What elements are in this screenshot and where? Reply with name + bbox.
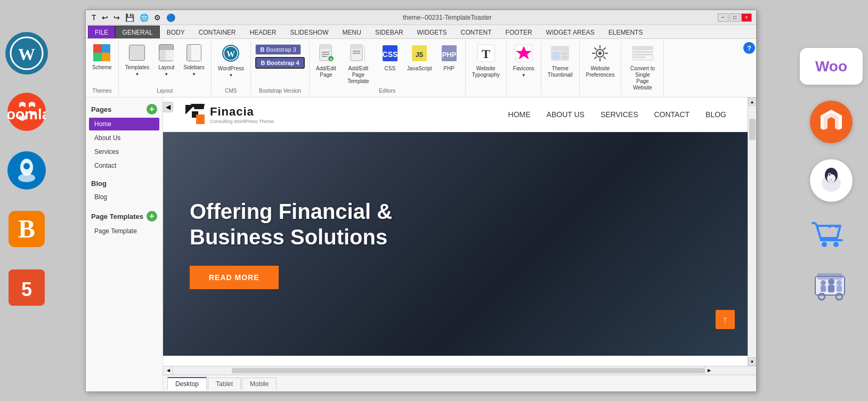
tab-slideshow[interactable]: SLIDESHOW bbox=[283, 26, 336, 38]
editors-group-label: Editors bbox=[379, 88, 395, 94]
site-logo: Finacia Consulting WordPress Theme bbox=[184, 104, 274, 125]
tab-file[interactable]: FILE bbox=[88, 26, 115, 38]
scroll-to-top-button[interactable]: ↑ bbox=[716, 310, 735, 329]
hero-title: Offering Financial & Business Solutions bbox=[190, 199, 392, 250]
nav-services[interactable]: SERVICES bbox=[601, 110, 638, 119]
view-tab-desktop[interactable]: Desktop bbox=[167, 377, 207, 390]
scroll-right-button[interactable]: ▶ bbox=[704, 366, 713, 375]
drupal-icon[interactable] bbox=[5, 149, 48, 192]
bootstrap3-label: Bootstrap 3 bbox=[266, 46, 296, 53]
ribbon-group-themes: Scheme Themes bbox=[86, 41, 119, 95]
tab-widget-areas[interactable]: WIDGET AREAS bbox=[539, 26, 602, 38]
vertical-scrollbar[interactable]: ▲ ▼ bbox=[748, 97, 756, 366]
convert-button[interactable]: Convert to SinglePage Website bbox=[624, 42, 660, 93]
cart-with-items-icon[interactable] bbox=[810, 266, 853, 305]
add-page-template-button[interactable]: + bbox=[147, 211, 157, 222]
website-preferences-button[interactable]: WebsitePreferences bbox=[583, 42, 618, 80]
add-edit-template-button[interactable]: Add/Edit PageTemplate bbox=[340, 42, 376, 87]
blogger-icon[interactable]: B bbox=[5, 208, 48, 250]
nav-about[interactable]: ABOUT US bbox=[547, 110, 585, 119]
tab-menu[interactable]: MENU bbox=[336, 26, 368, 38]
scroll-left-button[interactable]: ◀ bbox=[164, 366, 173, 375]
svg-rect-62 bbox=[634, 51, 652, 53]
panel-item-contact[interactable]: Contact bbox=[89, 159, 159, 172]
tab-footer[interactable]: FOOTER bbox=[499, 26, 539, 38]
woocommerce-icon[interactable]: Woo bbox=[800, 48, 863, 85]
theme-thumbnail-button[interactable]: ThemeThumbnail bbox=[545, 42, 576, 80]
view-tab-tablet[interactable]: Tablet bbox=[208, 378, 241, 390]
help-button[interactable]: ? bbox=[743, 42, 755, 54]
tab-body[interactable]: BODY bbox=[160, 26, 192, 38]
bootstrap3-button[interactable]: B Bootstrap 3 bbox=[255, 44, 301, 55]
panel-item-about[interactable]: About Us bbox=[89, 132, 159, 144]
svg-point-96 bbox=[822, 242, 827, 247]
tab-widgets[interactable]: WIDGETS bbox=[410, 26, 454, 38]
undo-icon[interactable]: ↩ bbox=[100, 13, 110, 22]
tab-container[interactable]: CONTAINER bbox=[192, 26, 243, 38]
nav-contact[interactable]: CONTACT bbox=[654, 110, 689, 119]
javascript-button[interactable]: JS JavaScript bbox=[404, 42, 435, 74]
quick-access-item[interactable]: T bbox=[90, 13, 98, 22]
favicons-button[interactable]: Favicons ▼ bbox=[510, 42, 538, 80]
layout-button[interactable]: Layout ▼ bbox=[153, 42, 179, 79]
save-icon[interactable]: 💾 bbox=[124, 13, 136, 22]
svg-point-86 bbox=[685, 217, 717, 260]
themes-group-label: Themes bbox=[92, 88, 111, 94]
ribbon-group-typography: T WebsiteTypography bbox=[466, 41, 507, 95]
nav-blog[interactable]: BLOG bbox=[705, 110, 726, 119]
redo-icon[interactable]: ↪ bbox=[112, 13, 121, 22]
svg-rect-32 bbox=[320, 45, 331, 49]
sidebars-button[interactable]: Sidebars ▼ bbox=[180, 42, 207, 79]
scroll-up-button[interactable]: ▲ bbox=[748, 97, 757, 106]
scrollbar-track bbox=[749, 106, 756, 357]
add-edit-page-button[interactable]: + Add/EditPage bbox=[313, 42, 339, 80]
css-button[interactable]: CSS CSS bbox=[377, 42, 403, 74]
svg-rect-33 bbox=[322, 52, 329, 53]
bootstrap4-button[interactable]: B Bootstrap 4 bbox=[255, 57, 304, 69]
favicons-label: Favicons bbox=[513, 66, 534, 72]
view-tab-mobile[interactable]: Mobile bbox=[242, 378, 277, 390]
minimize-button[interactable]: − bbox=[718, 13, 728, 22]
panel-item-page-template[interactable]: Page Template bbox=[89, 225, 159, 238]
magento-icon[interactable] bbox=[810, 101, 853, 143]
website-typography-button[interactable]: T WebsiteTypography bbox=[469, 42, 503, 80]
tab-elements[interactable]: ELEMENTS bbox=[602, 26, 650, 38]
add-page-button[interactable]: + bbox=[147, 104, 157, 114]
tab-header[interactable]: HEADER bbox=[243, 26, 283, 38]
joomla-icon[interactable]: Joomla! bbox=[5, 91, 48, 133]
close-button[interactable]: × bbox=[741, 13, 752, 22]
settings-icon[interactable]: ⚙ bbox=[152, 13, 163, 22]
scroll-down-button[interactable]: ▼ bbox=[748, 357, 757, 366]
opencart-icon[interactable] bbox=[810, 159, 853, 202]
svg-rect-77 bbox=[416, 244, 442, 287]
svg-rect-84 bbox=[695, 265, 706, 297]
tab-content[interactable]: CONTENT bbox=[454, 26, 499, 38]
internet-icon[interactable]: 🌐 bbox=[138, 13, 150, 22]
ribbon-group-favicons: Favicons ▼ bbox=[507, 41, 541, 95]
panel-item-blog[interactable]: Blog bbox=[89, 191, 159, 203]
scheme-button[interactable]: Scheme bbox=[89, 42, 115, 73]
website-preview: Finacia Consulting WordPress Theme HOME … bbox=[163, 97, 748, 366]
h-scrollbar-thumb[interactable] bbox=[232, 368, 704, 373]
html5-icon[interactable]: 5 bbox=[5, 266, 48, 309]
maximize-button[interactable]: □ bbox=[729, 13, 740, 22]
sidebar-collapse-button[interactable]: ◀ bbox=[163, 102, 173, 112]
templates-button[interactable]: Templates ▼ bbox=[122, 42, 153, 79]
svg-rect-56 bbox=[561, 52, 567, 55]
wordpress-icon[interactable]: W bbox=[5, 32, 48, 75]
panel-item-home[interactable]: Home bbox=[89, 118, 159, 130]
shopping-cart-icon[interactable] bbox=[807, 218, 855, 250]
hero-cta-button[interactable]: READ MORE bbox=[190, 266, 279, 289]
svg-point-8 bbox=[18, 174, 35, 182]
horizontal-scrollbar[interactable]: ◀ ▶ bbox=[163, 366, 756, 374]
wordpress-cms-button[interactable]: W WordPress ▼ bbox=[215, 42, 247, 80]
scrollbar-thumb[interactable] bbox=[749, 119, 756, 140]
tab-general[interactable]: GENERAL bbox=[115, 26, 159, 38]
php-button[interactable]: PHP PHP bbox=[436, 42, 462, 74]
svg-rect-27 bbox=[191, 45, 201, 61]
nav-home[interactable]: HOME bbox=[508, 110, 531, 119]
ribbon-toolbar: Scheme Themes Templates bbox=[86, 39, 756, 97]
bootstrap-icon: B bbox=[260, 46, 264, 53]
tab-sidebar[interactable]: SIDEBAR bbox=[368, 26, 410, 38]
panel-item-services[interactable]: Services bbox=[89, 145, 159, 158]
